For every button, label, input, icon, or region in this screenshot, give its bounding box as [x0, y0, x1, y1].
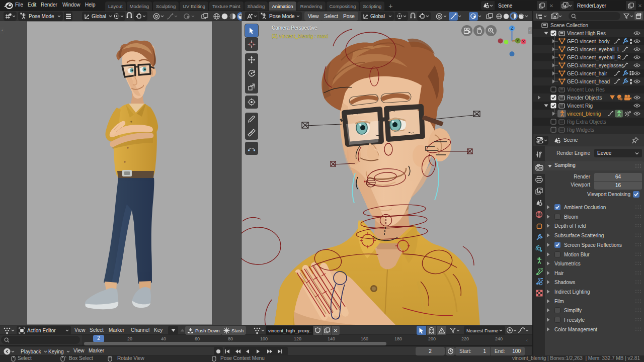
svg-text:X: X — [522, 39, 525, 44]
svg-text:Y: Y — [516, 38, 519, 43]
svg-text:Z: Z — [511, 26, 513, 31]
